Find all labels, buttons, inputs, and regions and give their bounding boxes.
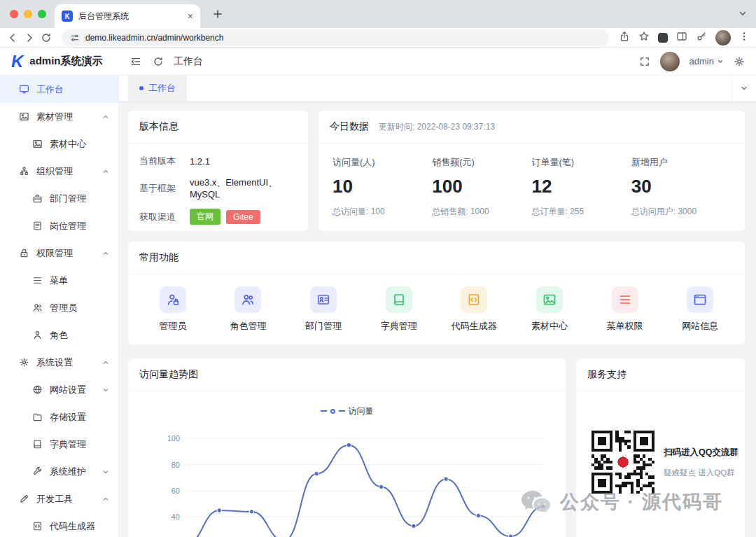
version-row-channel: 获取渠道 官网 Gitee [139, 209, 297, 225]
quick-item-字典管理[interactable]: 字典管理 [361, 286, 437, 333]
visits-trend-card: 访问量趋势图 访问量 100806040 [128, 358, 566, 537]
stat-label: 访问量(人) [332, 156, 432, 169]
sidebar-item-label: 素材中心 [50, 138, 86, 151]
codedoc-icon [32, 521, 43, 531]
logo-k-mark: K [11, 52, 23, 71]
tab-search-chevron-icon[interactable] [738, 8, 748, 21]
refresh-page-icon[interactable] [153, 56, 164, 67]
today-card-header: 今日数据 更新时间: 2022-08-23 09:37:13 [318, 111, 745, 144]
sidebar-item-管理员[interactable]: 管理员 [0, 294, 118, 321]
support-card-title: 服务支持 [576, 358, 745, 391]
sidebar-item-label: 字典管理 [50, 438, 86, 451]
book-icon [386, 286, 412, 313]
sidebar-item-label: 部门管理 [50, 193, 86, 205]
app-title: admin系统演示 [29, 55, 102, 68]
sidebar-item-素材管理[interactable]: 素材管理 [0, 103, 118, 130]
quick-item-代码生成器[interactable]: 代码生成器 [437, 286, 512, 333]
sidebar: 工作台素材管理素材中心组织管理部门管理岗位管理权限管理菜单管理员角色系统设置网站… [0, 76, 119, 537]
sidebar-item-角色[interactable]: 角色 [0, 321, 118, 349]
sidebar-item-网站设置[interactable]: 网站设置 [0, 376, 118, 403]
side-panel-icon[interactable] [676, 31, 687, 45]
book-icon [32, 439, 43, 449]
sidebar-item-label: 岗位管理 [50, 220, 86, 232]
zoom-window-button[interactable] [38, 10, 46, 18]
tab-actions-chevron-icon[interactable] [731, 76, 756, 101]
sidebar-item-权限管理[interactable]: 权限管理 [0, 239, 118, 267]
codedoc-icon [461, 286, 487, 313]
user-avatar[interactable] [660, 52, 680, 71]
quick-item-label: 菜单权限 [607, 320, 643, 333]
sidebar-item-岗位管理[interactable]: 岗位管理 [0, 212, 118, 239]
fullscreen-icon[interactable] [639, 56, 650, 67]
passwords-key-icon[interactable] [696, 31, 707, 45]
active-tab-dot [139, 86, 144, 90]
url-text: demo.likeadmin.cn/admin/workbench [85, 33, 223, 43]
sidebar-item-字典管理[interactable]: 字典管理 [0, 431, 118, 458]
sidebar-item-label: 网站设置 [50, 384, 86, 396]
sidebar-item-素材中心[interactable]: 素材中心 [0, 130, 118, 158]
quick-item-label: 角色管理 [230, 320, 266, 333]
app-header: K admin系统演示 工作台 admin [0, 48, 756, 76]
quick-item-label: 字典管理 [381, 320, 417, 333]
quick-item-素材中心[interactable]: 素材中心 [512, 286, 587, 333]
chart-legend[interactable]: 访问量 [128, 404, 566, 418]
today-card-title: 今日数据 [330, 120, 369, 133]
stat-label: 订单量(笔) [532, 156, 631, 169]
close-window-button[interactable] [10, 10, 18, 18]
url-bar[interactable]: demo.likeadmin.cn/admin/workbench [62, 29, 609, 46]
user-menu[interactable]: admin [690, 56, 724, 67]
gitee-badge[interactable]: Gitee [226, 210, 260, 224]
quick-item-label: 代码生成器 [451, 320, 497, 333]
quick-item-管理员[interactable]: 管理员 [135, 286, 211, 333]
bookmark-star-icon[interactable] [638, 31, 650, 45]
monitor-icon [19, 84, 29, 95]
sidebar-item-系统设置[interactable]: 系统设置 [0, 349, 118, 376]
browser-tab[interactable]: K 后台管理系统 × [55, 4, 200, 28]
browser-menu-icon[interactable] [739, 31, 749, 45]
screen: K 后台管理系统 × demo.likeadmin.cn/admin/workb… [0, 0, 756, 537]
site-settings-icon[interactable] [70, 33, 80, 43]
quick-item-网站信息[interactable]: 网站信息 [662, 286, 738, 333]
quick-item-角色管理[interactable]: 角色管理 [211, 286, 286, 333]
sidebar-item-存储设置[interactable]: 存储设置 [0, 403, 118, 431]
sidebar-item-工作台[interactable]: 工作台 [0, 76, 118, 103]
chevron-up-icon [102, 113, 109, 120]
visits-trend-chart: 100806040 [139, 432, 554, 537]
back-icon[interactable] [7, 32, 18, 43]
gear-icon [19, 357, 29, 368]
doc-icon [32, 221, 43, 231]
extension-icon[interactable] [658, 33, 668, 43]
page-tab-workbench[interactable]: 工作台 [128, 76, 187, 101]
sidebar-item-开发工具[interactable]: 开发工具 [0, 485, 118, 512]
new-tab-button[interactable] [209, 5, 227, 23]
pen-icon [19, 494, 29, 504]
chevron-down-icon [102, 468, 109, 475]
sidebar-item-系统维护[interactable]: 系统维护 [0, 458, 118, 485]
share-icon[interactable] [619, 31, 630, 45]
chevron-up-icon [102, 168, 109, 175]
reload-icon[interactable] [41, 32, 52, 43]
official-site-badge[interactable]: 官网 [190, 209, 220, 225]
browser-tabstrip: K 后台管理系统 × [0, 0, 756, 28]
minimize-window-button[interactable] [24, 10, 32, 18]
sidebar-item-组织管理[interactable]: 组织管理 [0, 158, 118, 185]
forward-icon[interactable] [24, 32, 35, 43]
quick-item-菜单权限[interactable]: 菜单权限 [587, 286, 663, 333]
sidebar-item-代码生成器[interactable]: 代码生成器 [0, 512, 118, 537]
breadcrumb: 工作台 [174, 55, 203, 68]
quick-item-label: 管理员 [159, 320, 186, 333]
app-logo[interactable]: K admin系统演示 [0, 52, 119, 71]
briefcase-icon [32, 193, 43, 204]
quick-item-部门管理[interactable]: 部门管理 [286, 286, 361, 333]
collapse-sidebar-icon[interactable] [130, 56, 141, 67]
tab-close-icon[interactable]: × [188, 11, 193, 21]
browser-profile-avatar[interactable] [715, 30, 731, 46]
chart-card-title: 访问量趋势图 [128, 358, 566, 391]
svg-text:100: 100 [167, 434, 180, 442]
sidebar-item-label: 系统设置 [36, 356, 73, 369]
org-icon [19, 166, 29, 176]
sidebar-item-部门管理[interactable]: 部门管理 [0, 185, 118, 212]
today-data-card: 今日数据 更新时间: 2022-08-23 09:37:13 访问量(人)10总… [318, 111, 745, 231]
settings-gear-icon[interactable] [734, 56, 745, 67]
sidebar-item-菜单[interactable]: 菜单 [0, 267, 118, 294]
